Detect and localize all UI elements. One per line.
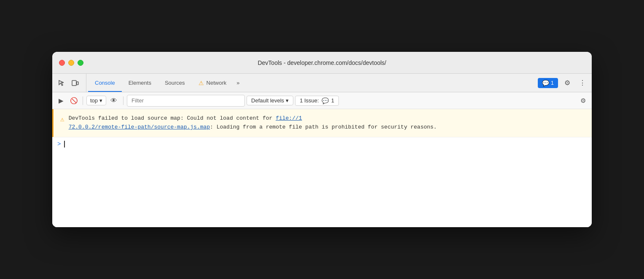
console-prompt: > xyxy=(57,141,61,148)
devtools-window: DevTools - developer.chrome.com/docs/dev… xyxy=(52,52,592,227)
context-selector[interactable]: top ▾ xyxy=(86,96,106,105)
network-warning-icon: ⚠ xyxy=(199,80,204,86)
warning-message: ⚠ DevTools failed to load source map: Co… xyxy=(52,109,592,137)
svg-rect-0 xyxy=(72,80,76,86)
devtools-panel: Console Elements Sources ⚠ Network » 💬 1 xyxy=(52,74,592,227)
issue-chat-icon: 💬 xyxy=(322,97,329,104)
svg-rect-1 xyxy=(77,82,78,85)
device-toolbar-icon[interactable] xyxy=(69,77,81,89)
close-button[interactable] xyxy=(59,60,65,66)
divider-2 xyxy=(123,97,123,105)
filter-input[interactable] xyxy=(127,95,245,107)
eye-icon[interactable]: 👁 xyxy=(108,95,120,107)
chat-badge-button[interactable]: 💬 1 xyxy=(538,78,558,88)
console-toolbar: ▶ 🚫 top ▾ 👁 Default levels ▾ 1 Issue: 💬 … xyxy=(52,92,592,109)
chevron-down-icon: ▾ xyxy=(99,97,102,104)
console-cursor xyxy=(64,141,65,148)
main-tabs: Console Elements Sources ⚠ Network » xyxy=(86,74,538,92)
tab-network[interactable]: ⚠ Network xyxy=(192,74,233,92)
warning-text: DevTools failed to load source map: Coul… xyxy=(69,114,585,132)
tab-elements[interactable]: Elements xyxy=(122,74,158,92)
tab-bar: Console Elements Sources ⚠ Network » 💬 1 xyxy=(52,74,592,92)
show-drawer-icon[interactable]: ▶ xyxy=(56,95,67,106)
more-options-icon[interactable]: ⋮ xyxy=(577,77,588,89)
warning-triangle-icon: ⚠ xyxy=(60,115,64,132)
issues-button[interactable]: 1 Issue: 💬 1 xyxy=(295,96,339,106)
minimize-button[interactable] xyxy=(68,60,74,66)
toolbar-left xyxy=(56,74,86,92)
levels-chevron-icon: ▾ xyxy=(286,97,289,104)
settings-icon[interactable]: ⚙ xyxy=(561,77,573,89)
console-content: ⚠ DevTools failed to load source map: Co… xyxy=(52,109,592,227)
window-title: DevTools - developer.chrome.com/docs/dev… xyxy=(258,59,386,66)
log-levels-button[interactable]: Default levels ▾ xyxy=(247,96,293,105)
console-settings-icon[interactable]: ⚙ xyxy=(577,95,588,106)
title-bar: DevTools - developer.chrome.com/docs/dev… xyxy=(52,52,592,74)
tab-sources[interactable]: Sources xyxy=(158,74,192,92)
chat-icon: 💬 xyxy=(542,80,549,86)
clear-console-icon[interactable]: 🚫 xyxy=(68,95,79,106)
more-tabs-button[interactable]: » xyxy=(233,80,243,86)
maximize-button[interactable] xyxy=(78,60,83,66)
tab-console[interactable]: Console xyxy=(88,74,122,92)
traffic-lights xyxy=(59,60,83,66)
divider-1 xyxy=(83,97,83,105)
console-input-line: > xyxy=(52,137,592,151)
inspect-icon[interactable] xyxy=(56,77,67,89)
toolbar-right: 💬 1 ⚙ ⋮ xyxy=(538,77,588,89)
